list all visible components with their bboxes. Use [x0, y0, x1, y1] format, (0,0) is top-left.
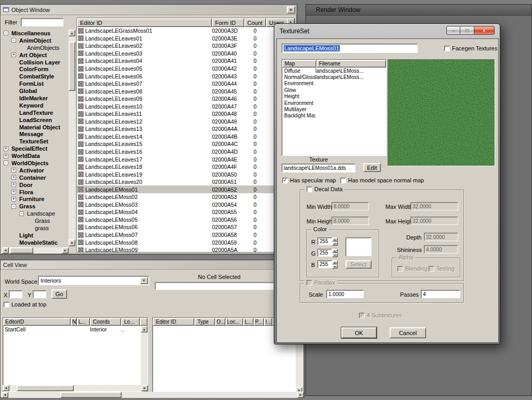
texture-preview[interactable] — [388, 59, 495, 166]
blue-spinner[interactable]: ▲▼ — [317, 260, 338, 269]
tree-item[interactable]: + Door — [2, 181, 69, 189]
cell-filter-input[interactable] — [155, 282, 292, 290]
testing-checkbox[interactable]: Testing — [429, 265, 455, 272]
checkbox-box[interactable] — [307, 280, 312, 286]
checkbox-box[interactable] — [397, 266, 403, 272]
spin-up-icon[interactable]: ▲ — [332, 237, 338, 242]
table-row[interactable]: LandscapeLELeaves19 02000A50 0 — [77, 170, 288, 178]
column-header-n[interactable]: N — [71, 318, 77, 326]
column-header-loc[interactable]: Loc... — [225, 318, 243, 326]
close-button[interactable]: × — [474, 26, 495, 35]
scroll-thumb[interactable] — [10, 247, 33, 254]
column-header-l[interactable]: L... — [77, 318, 90, 326]
column-header-type[interactable]: Type — [194, 318, 215, 326]
min-height-input[interactable] — [331, 217, 369, 225]
chevron-down-icon[interactable]: ▼ — [140, 277, 148, 284]
table-row[interactable]: LandscapeLELeaves17 02000A4E 0 — [77, 155, 288, 163]
object-window-close-button[interactable]: × — [287, 6, 295, 14]
blue-input[interactable] — [317, 260, 332, 268]
checkbox-box[interactable]: ✓ — [359, 313, 365, 318]
tree-item[interactable]: + Furniture — [2, 195, 69, 203]
tree-item[interactable]: Global — [2, 87, 69, 95]
tree-item[interactable]: + Container — [2, 174, 69, 181]
table-row[interactable]: LandscapeLEGrassMoss01 02000A3D 0 — [77, 27, 288, 35]
table-row[interactable]: LandscapeLELeaves01 02000A3E 0 — [77, 35, 288, 43]
tree-item[interactable]: + WorldData — [2, 152, 69, 159]
tree-item[interactable]: - Miscellaneous — [2, 30, 69, 37]
table-row[interactable]: LandscapeLELeaves20 02000A51 0 — [77, 178, 288, 186]
has-specular-map-checkbox[interactable]: ✓ Has specular map — [282, 177, 336, 183]
checkbox-box[interactable] — [4, 302, 9, 308]
tree-item[interactable]: AnimObjects — [2, 44, 69, 51]
table-row[interactable]: LandscapeLELeaves15 02000A4C 0 — [77, 140, 288, 148]
scroll-down-icon[interactable]: ▼ — [69, 239, 75, 246]
table-row[interactable]: LandscapeLEMoss02 02000A53 0 — [77, 193, 288, 201]
spin-up-icon[interactable]: ▲ — [332, 249, 338, 253]
tree-vertical-scrollbar[interactable]: ▲ ▼ — [69, 30, 75, 246]
passes-input[interactable] — [421, 290, 460, 298]
texture-path-input[interactable] — [282, 164, 355, 172]
cell-row[interactable]: StartCell Interior .. — [3, 326, 148, 333]
maximize-button[interactable]: □ — [460, 26, 474, 35]
tree-item[interactable]: FormList — [2, 80, 69, 87]
cell-view-horizontal-scrollbar[interactable]: ◄ ► — [2, 392, 304, 398]
spin-up-icon[interactable]: ▲ — [332, 260, 338, 264]
table-row[interactable]: LandscapeLELeaves18 02000A4F 0 — [77, 163, 288, 171]
filter-input[interactable] — [21, 18, 63, 26]
blending-checkbox[interactable]: Blending — [397, 265, 428, 272]
tree-expander-icon[interactable]: + — [11, 197, 16, 202]
tree-item[interactable]: + Activator — [2, 167, 69, 174]
map-row[interactable]: Normal/Gloss landscape\LEMoss... — [282, 74, 386, 80]
tree-expander-icon[interactable]: + — [11, 168, 16, 172]
column-header-count[interactable]: Count — [244, 18, 266, 27]
spin-down-icon[interactable]: ▼ — [332, 253, 338, 257]
tree-item[interactable]: - AnimObject — [2, 37, 69, 44]
table-row[interactable]: LandscapeLEMoss08 02000A59 0 — [77, 238, 288, 246]
checkbox-box[interactable] — [444, 46, 450, 51]
scroll-right-icon[interactable]: ► — [297, 392, 304, 398]
tree-item[interactable]: LandTexture — [2, 109, 69, 116]
checkbox-box[interactable] — [307, 186, 312, 192]
table-row[interactable]: LandscapeLELeaves14 02000A4B 0 — [77, 133, 288, 141]
scroll-right-icon[interactable]: ► — [62, 247, 69, 254]
tree-item[interactable]: grass — [2, 224, 69, 232]
table-row[interactable]: LandscapeLEMoss03 02000A54 0 — [77, 201, 288, 209]
table-row[interactable]: LandscapeLELeaves03 02000A40 0 — [77, 50, 288, 58]
map-row[interactable]: Environment ... — [282, 81, 386, 87]
cell-list-vertical-scrollbar[interactable]: ▲ ▼ — [141, 326, 148, 394]
cell-list-horizontal-scrollbar[interactable]: ◄ ► — [3, 385, 148, 391]
column-header-lo[interactable]: Lo... — [121, 318, 140, 326]
table-row[interactable]: LandscapeLELeaves13 02000A4A 0 — [77, 125, 288, 133]
red-input[interactable] — [317, 237, 332, 245]
facegen-textures-checkbox[interactable]: Facegen Textures — [444, 45, 497, 51]
object-window-titlebar[interactable]: Object Window × — [1, 5, 297, 15]
map-row[interactable]: Diffuse landscape\LEMoss... — [282, 68, 386, 74]
table-row[interactable]: LandscapeLELeaves04 02000A41 0 — [77, 57, 288, 65]
render-window-titlebar[interactable]: Render Window — [306, 5, 531, 16]
table-row[interactable]: LandscapeLELeaves07 02000A44 0 — [77, 80, 288, 88]
scroll-left-icon[interactable]: ◄ — [2, 247, 9, 254]
map-row[interactable]: Height — [282, 94, 386, 100]
tree-item[interactable]: Material Object — [2, 124, 69, 131]
subtextures-checkbox[interactable]: ✓ 4 Subtextures — [359, 312, 402, 318]
scroll-thumb[interactable] — [60, 392, 122, 398]
cancel-button[interactable]: Cancel — [390, 327, 426, 338]
tree-item[interactable]: Message — [2, 130, 69, 138]
tree-item[interactable]: - WorldObjects — [2, 159, 69, 167]
map-row[interactable]: Glow — [282, 87, 386, 93]
scroll-thumb[interactable] — [17, 385, 74, 391]
select-color-button[interactable]: Select — [345, 260, 371, 269]
y-coordinate-input[interactable] — [33, 290, 46, 298]
tree-expander-icon[interactable]: - — [11, 38, 16, 43]
map-row[interactable]: Environment — [282, 100, 386, 106]
checkbox-box[interactable] — [429, 266, 434, 272]
table-row[interactable]: LandscapeLELeaves10 02000A47 0 — [77, 102, 288, 110]
tree-item[interactable]: Keyword — [2, 102, 69, 109]
spin-down-icon[interactable]: ▼ — [332, 242, 338, 246]
scroll-up-icon[interactable]: ▲ — [69, 30, 75, 36]
column-header-coords[interactable]: Coords — [90, 318, 121, 326]
tree-expander-icon[interactable]: + — [4, 146, 8, 151]
column-header-l2[interactable]: L... — [243, 318, 254, 326]
table-row[interactable]: LandscapeLEMoss07 02000A58 0 — [77, 231, 288, 239]
column-header-editorid[interactable]: EditorID — [3, 318, 71, 326]
